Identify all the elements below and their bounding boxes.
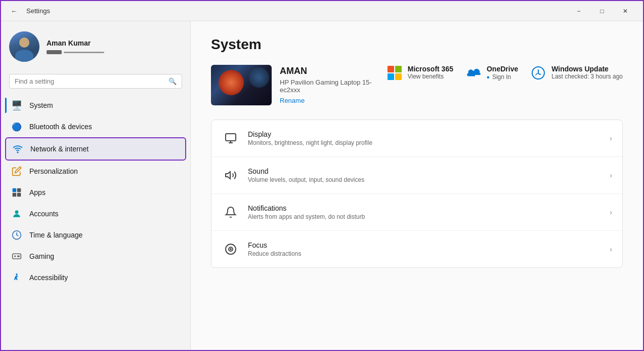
sidebar-item-bluetooth[interactable]: 🔵 Bluetooth & devices (5, 116, 186, 137)
sidebar: Aman Kumar 🔍 🖥️ System 🔵 (1, 21, 191, 351)
app-title: Settings (26, 7, 50, 15)
settings-item-notifications[interactable]: Notifications Alerts from apps and syste… (211, 194, 622, 231)
sidebar-item-time[interactable]: Time & language (5, 224, 186, 246)
profile-info: Aman Kumar (47, 39, 182, 54)
sidebar-item-accounts[interactable]: Accounts (5, 203, 186, 224)
display-icon (222, 129, 240, 147)
display-title: Display (248, 130, 602, 138)
service-card-onedrive: OneDrive • Sign In (465, 65, 518, 82)
service-card-winupdate: Windows Update Last checked: 3 hours ago (530, 65, 623, 81)
winupdate-title: Windows Update (551, 65, 623, 73)
top-section: AMAN HP Pavilion Gaming Laptop 15-ec2xxx… (211, 65, 623, 105)
display-desc: Monitors, brightness, night light, displ… (248, 139, 602, 146)
settings-item-focus[interactable]: Focus Reduce distractions › (211, 231, 622, 267)
svg-point-10 (16, 274, 17, 275)
minimize-button[interactable]: − (567, 1, 590, 21)
svg-rect-3 (13, 193, 17, 197)
svg-point-9 (18, 256, 19, 257)
content-area: System AMAN HP Pavilion Gaming Laptop 15… (191, 21, 643, 351)
settings-item-sound[interactable]: Sound Volume levels, output, input, soun… (211, 157, 622, 194)
svg-marker-13 (226, 172, 230, 179)
title-bar: ← Settings − □ ✕ (1, 1, 643, 21)
focus-title: Focus (248, 241, 602, 249)
ms365-info: Microsoft 365 View benefits (408, 65, 453, 80)
accounts-icon (11, 208, 22, 219)
sound-title: Sound (248, 167, 602, 175)
sidebar-label-bluetooth: Bluetooth & devices (29, 123, 92, 131)
profile-bar-filled (47, 50, 62, 54)
notifications-icon (222, 203, 240, 221)
ms365-icon (387, 65, 403, 81)
display-text: Display Monitors, brightness, night ligh… (248, 130, 602, 146)
svg-rect-2 (17, 188, 21, 192)
sidebar-item-personalization[interactable]: Personalization (5, 161, 186, 182)
sound-chevron: › (610, 171, 612, 179)
notifications-text: Notifications Alerts from apps and syste… (248, 204, 602, 220)
ms365-sub[interactable]: View benefits (408, 73, 453, 80)
active-bar-system (5, 98, 7, 113)
nav-list: 🖥️ System 🔵 Bluetooth & devices Network … (1, 93, 190, 290)
settings-item-display[interactable]: Display Monitors, brightness, night ligh… (211, 120, 622, 157)
focus-icon (222, 240, 240, 258)
maximize-button[interactable]: □ (590, 1, 614, 21)
sidebar-label-time: Time & language (29, 231, 82, 239)
profile-bar-container (47, 50, 182, 54)
notifications-desc: Alerts from apps and system, do not dist… (248, 213, 602, 220)
onedrive-title: OneDrive (487, 65, 518, 73)
focus-desc: Reduce distractions (248, 250, 602, 257)
service-card-ms365: Microsoft 365 View benefits (387, 65, 453, 81)
network-icon (12, 143, 23, 154)
personalization-icon (11, 166, 22, 177)
profile-area[interactable]: Aman Kumar (1, 21, 190, 70)
sidebar-label-personalization: Personalization (29, 167, 78, 175)
system-icon: 🖥️ (11, 100, 22, 111)
svg-rect-7 (13, 254, 21, 259)
back-button[interactable]: ← (7, 4, 21, 18)
app-body: Aman Kumar 🔍 🖥️ System 🔵 (1, 21, 643, 351)
avatar-image (9, 31, 39, 62)
search-input[interactable] (15, 77, 164, 85)
sidebar-item-system[interactable]: 🖥️ System (5, 95, 186, 116)
device-model: HP Pavilion Gaming Laptop 15-ec2xxx (280, 79, 376, 94)
winupdate-sub: Last checked: 3 hours ago (551, 73, 623, 80)
onedrive-dot: • (487, 73, 490, 82)
onedrive-sub[interactable]: • Sign In (487, 73, 518, 82)
sidebar-item-apps[interactable]: Apps (5, 182, 186, 203)
sidebar-item-accessibility[interactable]: Accessibility (5, 267, 186, 288)
service-cards: Microsoft 365 View benefits OneDrive • (387, 65, 623, 82)
sidebar-label-system: System (29, 101, 53, 109)
search-box: 🔍 (9, 74, 182, 89)
device-card: AMAN HP Pavilion Gaming Laptop 15-ec2xxx… (211, 65, 376, 105)
notifications-title: Notifications (248, 204, 602, 212)
apps-icon (11, 187, 22, 198)
onedrive-info: OneDrive • Sign In (487, 65, 518, 82)
sidebar-item-gaming[interactable]: Gaming (5, 246, 186, 267)
gaming-icon (11, 251, 22, 262)
profile-bar-thin (64, 52, 104, 53)
device-thumbnail (211, 65, 272, 105)
close-button[interactable]: ✕ (614, 1, 637, 21)
title-bar-left: ← Settings (7, 4, 567, 18)
svg-rect-4 (17, 193, 21, 197)
search-icon: 🔍 (168, 77, 177, 85)
notifications-chevron: › (610, 208, 612, 216)
sidebar-label-gaming: Gaming (29, 252, 54, 260)
winupdate-info: Windows Update Last checked: 3 hours ago (551, 65, 623, 80)
sound-desc: Volume levels, output, input, sound devi… (248, 176, 602, 183)
device-name: AMAN (280, 66, 376, 76)
sidebar-label-apps: Apps (29, 188, 46, 197)
display-chevron: › (610, 134, 612, 142)
focus-text: Focus Reduce distractions (248, 241, 602, 257)
window-controls: − □ ✕ (567, 1, 637, 21)
focus-chevron: › (610, 245, 612, 253)
svg-point-16 (230, 249, 231, 250)
device-info: AMAN HP Pavilion Gaming Laptop 15-ec2xxx… (280, 66, 376, 105)
sidebar-item-network[interactable]: Network & internet (5, 137, 186, 161)
winupdate-icon (530, 65, 546, 81)
sidebar-label-accounts: Accounts (29, 210, 59, 218)
sound-text: Sound Volume levels, output, input, soun… (248, 167, 602, 183)
rename-link[interactable]: Rename (280, 97, 305, 104)
sound-icon (222, 166, 240, 184)
settings-list: Display Monitors, brightness, night ligh… (211, 120, 623, 268)
sidebar-label-network: Network & internet (30, 145, 89, 153)
